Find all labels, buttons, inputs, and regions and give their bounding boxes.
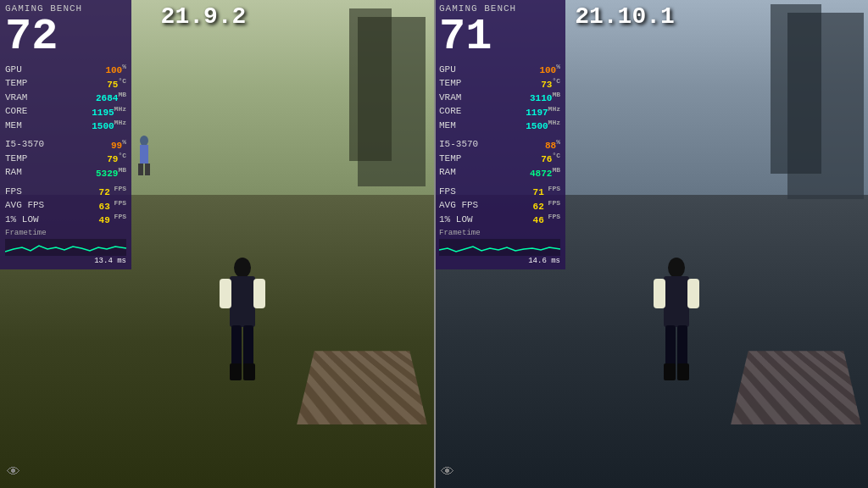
right-vram-row: VRAM 3110MB (439, 91, 560, 105)
svg-rect-15 (687, 279, 699, 308)
right-building-2 (771, 4, 821, 174)
left-mem-value: 1500MHz (92, 119, 126, 133)
svg-rect-10 (138, 164, 143, 175)
svg-rect-4 (231, 325, 242, 368)
svg-rect-19 (677, 363, 689, 380)
left-core-label: CORE (5, 105, 47, 118)
right-fps-value: 71 FPS (533, 185, 560, 199)
left-building-2 (349, 8, 392, 161)
svg-rect-6 (230, 363, 242, 380)
right-mem-label: MEM (439, 119, 481, 132)
svg-point-8 (140, 136, 148, 146)
left-cobblestone (297, 351, 427, 424)
right-avgfps-row: AVG FPS 62 FPS (439, 199, 560, 214)
left-frametime-label: Frametime (5, 229, 126, 237)
right-stats-overlay: GAMING BENCH 71 GPU 100% TEMP 73°C VRAM … (434, 0, 565, 269)
right-cobblestone (731, 351, 861, 424)
right-cpu-row: I5-3570 88% (439, 138, 560, 152)
left-core-row: CORE 1195MHz (5, 105, 126, 119)
left-lowfps-row: 1% LOW 49 FPS (5, 213, 126, 227)
right-cpu-label: I5-3570 (439, 138, 481, 151)
right-cpu-value: 88% (545, 138, 560, 152)
right-big-fps: 71 (439, 15, 560, 59)
left-vram-label: VRAM (5, 92, 47, 104)
left-frametime-value: 13.4 ms (94, 256, 126, 266)
right-avgfps-value: 62 FPS (533, 199, 560, 214)
left-gpu-label: GPU (5, 64, 47, 76)
left-fps-label: FPS (5, 186, 47, 198)
left-cpu-label: I5-3570 (5, 138, 47, 151)
left-character (213, 255, 272, 395)
left-temp-row: TEMP 75°C (5, 77, 126, 92)
svg-point-12 (668, 258, 685, 278)
left-gpu-value: 100% (105, 63, 126, 77)
right-lowfps-value: 46 FPS (533, 213, 560, 227)
right-avgfps-label: AVG FPS (439, 199, 481, 212)
left-gpu-row: GPU 100% (5, 63, 126, 77)
right-character (647, 255, 706, 395)
left-ram-label: RAM (5, 166, 47, 179)
panel-divider (434, 0, 436, 488)
left-frametime-value-row: 13.4 ms (5, 256, 126, 266)
right-vram-value: 3110MB (530, 91, 560, 105)
left-lowfps-value: 49 FPS (99, 213, 126, 227)
svg-rect-17 (677, 325, 687, 368)
right-temp-label: TEMP (439, 77, 481, 90)
left-fps-row: FPS 72 FPS (5, 185, 126, 199)
svg-rect-9 (140, 145, 148, 164)
right-cputemp-label: TEMP (439, 152, 481, 165)
right-frametime-value: 14.6 ms (528, 256, 560, 266)
left-eye-icon: 👁 (7, 464, 24, 481)
left-bg-person (136, 136, 153, 182)
right-core-label: CORE (439, 105, 481, 118)
svg-point-0 (234, 258, 251, 278)
left-frametime-graph (5, 239, 126, 256)
svg-rect-11 (145, 164, 150, 175)
left-big-fps: 72 (5, 15, 126, 59)
svg-rect-14 (654, 279, 665, 308)
left-panel: GAMING BENCH 72 GPU 100% TEMP 75°C VRAM … (0, 0, 434, 488)
right-temp-value: 73°C (541, 77, 560, 92)
svg-rect-18 (664, 363, 676, 380)
right-ram-label: RAM (439, 166, 481, 179)
svg-rect-2 (220, 279, 231, 308)
left-fps-value: 72 FPS (99, 185, 126, 199)
left-cputemp-value: 79°C (107, 152, 126, 166)
right-eye-icon: 👁 (441, 464, 458, 481)
right-frametime-label: Frametime (439, 229, 560, 237)
svg-rect-16 (665, 325, 676, 368)
right-gpu-label: GPU (439, 64, 481, 76)
left-cputemp-row: TEMP 79°C (5, 152, 126, 166)
right-cputemp-value: 76°C (541, 152, 560, 166)
left-version: 21.9.2 (161, 3, 247, 30)
right-core-value: 1197MHz (526, 105, 560, 119)
left-vram-value: 2684MB (96, 91, 126, 105)
svg-rect-5 (243, 325, 253, 368)
svg-rect-1 (230, 276, 255, 327)
left-avgfps-row: AVG FPS 63 FPS (5, 199, 126, 214)
svg-rect-3 (253, 279, 265, 308)
right-gpu-row: GPU 100% (439, 63, 560, 77)
left-ram-value: 5329MB (96, 166, 126, 180)
right-frametime-graph (439, 239, 560, 256)
left-temp-label: TEMP (5, 77, 47, 90)
right-fps-row: FPS 71 FPS (439, 185, 560, 199)
left-cpu-row: I5-3570 99% (5, 138, 126, 152)
left-avgfps-label: AVG FPS (5, 199, 47, 212)
right-fps-label: FPS (439, 186, 481, 198)
right-temp-row: TEMP 73°C (439, 77, 560, 92)
right-mem-row: MEM 1500MHz (439, 119, 560, 133)
right-core-row: CORE 1197MHz (439, 105, 560, 119)
left-cputemp-label: TEMP (5, 152, 47, 165)
right-mem-value: 1500MHz (526, 119, 560, 133)
right-lowfps-label: 1% LOW (439, 214, 481, 226)
left-mem-label: MEM (5, 119, 47, 132)
right-lowfps-row: 1% LOW 46 FPS (439, 213, 560, 227)
left-cpu-value: 99% (111, 138, 126, 152)
left-avgfps-value: 63 FPS (99, 199, 126, 214)
screen-container: GAMING BENCH 72 GPU 100% TEMP 75°C VRAM … (0, 0, 868, 488)
right-version: 21.10.1 (575, 3, 675, 30)
left-stats-overlay: GAMING BENCH 72 GPU 100% TEMP 75°C VRAM … (0, 0, 131, 269)
left-mem-row: MEM 1500MHz (5, 119, 126, 133)
right-vram-label: VRAM (439, 92, 481, 104)
